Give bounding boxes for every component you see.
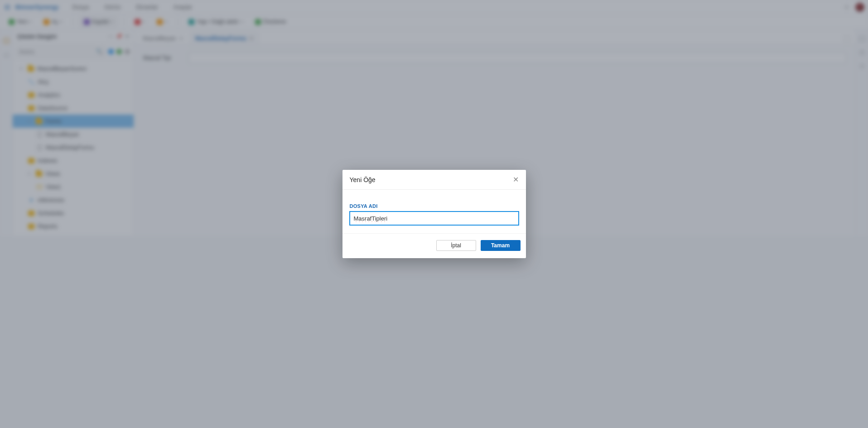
- ok-button[interactable]: Tamam: [481, 240, 521, 251]
- cancel-button[interactable]: İptal: [436, 240, 476, 251]
- dialog-body: DOSYA ADI: [342, 190, 526, 233]
- dialog-footer: İptal Tamam: [342, 233, 526, 258]
- dialog-title: Yeni Öğe: [350, 176, 376, 183]
- modal-overlay: Yeni Öğe ✕ DOSYA ADI İptal Tamam: [0, 0, 868, 428]
- new-item-dialog: Yeni Öğe ✕ DOSYA ADI İptal Tamam: [342, 170, 526, 258]
- filename-label: DOSYA ADI: [350, 203, 519, 209]
- dialog-header: Yeni Öğe ✕: [342, 170, 526, 190]
- filename-input[interactable]: [350, 212, 519, 225]
- close-icon[interactable]: ✕: [513, 175, 519, 184]
